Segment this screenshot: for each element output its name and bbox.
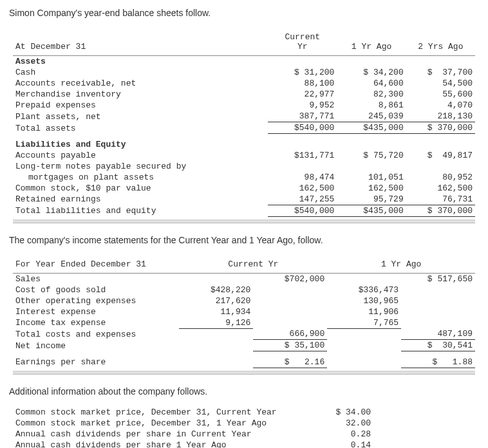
label-inv: Merchandise inventory (13, 89, 268, 100)
val: $ 75,720 (337, 150, 406, 161)
val: $ 34.00 (326, 407, 373, 418)
label-cogs: Cost of goods sold (13, 285, 179, 295)
intro-balance-sheets: Simon Company's year-end balance sheets … (9, 8, 479, 18)
table-row: Plant assets, net 387,771 245,039 218,13… (13, 111, 475, 122)
val: 22,977 (268, 89, 337, 100)
val: $ 49,817 (406, 150, 475, 161)
val: 0.14 (326, 440, 373, 449)
label-tax: Income tax expense (13, 317, 179, 329)
table-row: Total assets $540,000 $435,000 $ 370,000 (13, 122, 475, 134)
val: $ 35,100 (253, 340, 327, 351)
liab-header: Liabilities and Equity (13, 139, 268, 150)
table-row: Total liabilities and equity $540,000 $4… (13, 205, 475, 216)
label-tcost: Total costs and expenses (13, 328, 179, 340)
table-row: Accounts receivable, net 88,100 64,600 5… (13, 78, 475, 89)
bs-hdr-current-a: Current (285, 32, 320, 42)
val: 80,952 (406, 172, 475, 183)
table-row: Other operating expenses 217,620 130,965 (13, 295, 475, 306)
val: 98,474 (268, 172, 337, 183)
val: 32.00 (326, 418, 373, 429)
val: 82,300 (337, 89, 406, 100)
label-ltn1: Long-term notes payable secured by (13, 161, 268, 172)
val: 245,039 (337, 111, 406, 122)
val: 162,500 (337, 183, 406, 194)
label-ap: Accounts payable (13, 150, 268, 161)
val: $336,473 (327, 285, 401, 295)
table-row: Common stock market price, December 31, … (13, 418, 373, 429)
label-int: Interest expense (13, 306, 179, 317)
val: 11,934 (179, 306, 253, 317)
label-re: Retained earnings (13, 194, 268, 205)
table-row: Net income $ 35,100 $ 30,541 (13, 340, 475, 351)
label-ltn2: mortgages on plant assets (13, 172, 268, 183)
val: 218,130 (406, 111, 475, 122)
table-row: Cash $ 31,200 $ 34,200 $ 37,700 (13, 67, 475, 78)
label-ni: Net income (13, 340, 179, 351)
val: $131,771 (268, 150, 337, 161)
table-row: Interest expense 11,934 11,906 (13, 306, 475, 317)
income-statement-table: For Year Ended December 31 Current Yr 1 … (13, 256, 475, 368)
table-row: Prepaid expenses 9,952 8,861 4,070 (13, 100, 475, 111)
bs-hdr-2yr: 2 Yrs Ago (406, 28, 475, 56)
table-row: Long-term notes payable secured by (13, 161, 475, 172)
val: 95,729 (337, 194, 406, 205)
val: 217,620 (179, 295, 253, 306)
val: 9,952 (268, 100, 337, 111)
bs-hdr-1yr: 1 Yr Ago (337, 28, 406, 56)
val: $ 2.16 (253, 357, 327, 368)
val: 101,051 (337, 172, 406, 183)
label-oop: Other operating expenses (13, 295, 179, 306)
val: $ 37,700 (406, 67, 475, 78)
val: $ 370,000 (406, 205, 475, 216)
val: 0.28 (326, 429, 373, 440)
table-row: Retained earnings 147,255 95,729 76,731 (13, 194, 475, 205)
val: 55,600 (406, 89, 475, 100)
val: 666,900 (253, 328, 327, 340)
additional-info-table: Common stock market price, December 31, … (13, 407, 373, 449)
val: 88,100 (268, 78, 337, 89)
val: $435,000 (337, 122, 406, 134)
table-row: Merchandise inventory 22,977 82,300 55,6… (13, 89, 475, 100)
table-row: Cost of goods sold $428,220 $336,473 (13, 285, 475, 295)
val: 9,126 (179, 317, 253, 329)
val: 7,765 (327, 317, 401, 329)
table-row: Accounts payable $131,771 $ 75,720 $ 49,… (13, 150, 475, 161)
is-hdr-label: For Year Ended December 31 (13, 256, 179, 274)
assets-header: Assets (13, 56, 268, 68)
val: 54,500 (406, 78, 475, 89)
table-row: Common stock, $10 par value 162,500 162,… (13, 183, 475, 194)
val: $540,000 (268, 122, 337, 134)
table-row: Total costs and expenses 666,900 487,109 (13, 328, 475, 340)
label-eps: Earnings per share (13, 357, 179, 368)
table-row: Earnings per share $ 2.16 $ 1.88 (13, 357, 475, 368)
val: $ 30,541 (401, 340, 475, 351)
val: $ 1.88 (401, 357, 475, 368)
label-cs: Common stock, $10 par value (13, 183, 268, 194)
val: $ 370,000 (406, 122, 475, 134)
separator (13, 219, 475, 223)
label-add2: Common stock market price, December 31, … (13, 418, 326, 429)
label-ar: Accounts receivable, net (13, 78, 268, 89)
label-tle: Total liabilities and equity (13, 205, 268, 216)
intro-additional: Additional information about the company… (9, 386, 479, 397)
val: $ 517,650 (401, 273, 475, 285)
val: $ 34,200 (337, 67, 406, 78)
val: 64,600 (337, 78, 406, 89)
val: 76,731 (406, 194, 475, 205)
val: 4,070 (406, 100, 475, 111)
bs-hdr-label: At December 31 (13, 28, 268, 56)
val: 11,906 (327, 306, 401, 317)
label-prepaid: Prepaid expenses (13, 100, 268, 111)
label-cash: Cash (13, 67, 268, 78)
label-sales: Sales (13, 273, 179, 285)
val: 387,771 (268, 111, 337, 122)
is-hdr-py: 1 Yr Ago (327, 256, 475, 274)
val: $702,000 (253, 273, 327, 285)
val: $ 31,200 (268, 67, 337, 78)
bs-hdr-current-b: Yr (297, 42, 308, 51)
table-row: Sales $702,000 $ 517,650 (13, 273, 475, 285)
bs-hdr-current: Current Yr (268, 28, 337, 56)
val: 147,255 (268, 194, 337, 205)
balance-sheet-table: At December 31 Current Yr 1 Yr Ago 2 Yrs… (13, 28, 475, 217)
val: 8,861 (337, 100, 406, 111)
